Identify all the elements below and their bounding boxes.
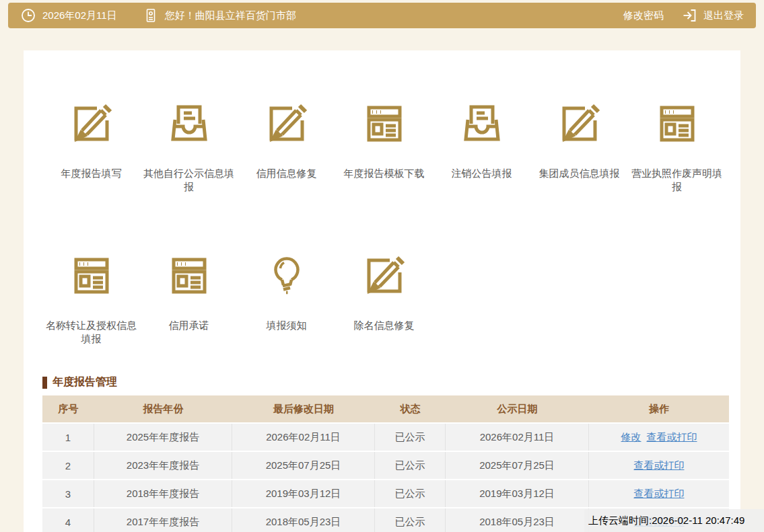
cell-modified: 2019年03月12日 [232,480,375,507]
table-row: 2 2023年年度报告 2025年07月25日 已公示 2025年07月25日 … [42,452,729,479]
shortcut-label: 名称转让及授权信息填报 [42,319,140,346]
header-cell-status: 状态 [375,395,446,422]
template-icon [360,100,409,148]
cell-year: 2018年年度报告 [94,480,232,507]
modify-link[interactable]: 修改 [621,431,641,444]
cell-status: 已公示 [375,424,446,451]
template-icon [653,100,701,148]
change-password-link[interactable]: 修改密码 [623,9,664,22]
shortcut-other-self-disclosure[interactable]: 其他自行公示信息填报 [140,100,238,194]
cell-year: 2025年年度报告 [94,424,232,451]
edit-icon [67,100,116,148]
logout-icon [681,7,697,24]
cell-modified: 2025年07月25日 [232,452,375,479]
cell-published: 2025年07月25日 [446,452,589,479]
shortcut-name-transfer-authorization[interactable]: 名称转让及授权信息填报 [42,252,140,346]
view-print-link[interactable]: 查看或打印 [647,431,697,444]
title-bar-marker [42,377,47,389]
inbox-doc-icon [458,100,506,148]
edit-icon [360,252,409,300]
table-row: 1 2025年年度报告 2026年02月11日 已公示 2026年02月11日 … [42,424,729,451]
shortcut-license-void-declaration[interactable]: 营业执照作废声明填报 [628,100,726,194]
shortcut-label: 集团成员信息填报 [530,167,628,180]
cell-year: 2023年年度报告 [94,452,232,479]
cell-operations: 修改 查看或打印 [589,424,729,451]
date-group: 2026年02月11日 [20,7,143,24]
shortcut-filing-instructions[interactable]: 填报须知 [238,252,335,346]
cell-no: 1 [42,424,94,451]
shortcut-group-member-info[interactable]: 集团成员信息填报 [530,100,628,194]
cell-published: 2026年02月11日 [446,424,589,451]
cell-modified: 2018年05月23日 [232,508,375,532]
shortcut-label: 填报须知 [238,319,335,332]
logout-button[interactable]: 退出登录 [681,7,744,24]
table-row: 3 2018年年度报告 2019年03月12日 已公示 2019年03月12日 … [42,480,729,507]
cell-status: 已公示 [375,508,446,532]
annual-report-section-title: 年度报告管理 [42,375,740,389]
header-cell-modified: 最后修改日期 [232,395,375,422]
user-greeting: 您好！曲阳县立祥百货门市部 [165,9,296,22]
template-icon [67,252,116,300]
shortcut-annual-report-fill[interactable]: 年度报告填写 [42,100,140,194]
shortcut-label: 年度报告填写 [42,167,140,180]
header-cell-published: 公示日期 [446,395,589,422]
id-card-icon [143,7,159,24]
upload-time-text: 上传云端时间:2026-02-11 20:47:49 [588,515,744,527]
section-title-text: 年度报告管理 [53,375,117,389]
shortcut-row-2: 名称转让及授权信息填报 信用承诺 填报须知 除名信息修复 [24,252,740,346]
edit-icon [263,100,311,148]
cell-published: 2019年03月12日 [446,480,589,507]
shortcut-label: 除名信息修复 [335,319,433,332]
cell-status: 已公示 [375,452,446,479]
cell-status: 已公示 [375,480,446,507]
greeting-group: 您好！曲阳县立祥百货门市部 [143,7,296,24]
upload-time-overlay: 上传云端时间:2026-02-11 20:47:49 [584,509,764,532]
current-date: 2026年02月11日 [42,9,117,22]
shortcut-credit-commitment[interactable]: 信用承诺 [140,252,238,346]
cell-no: 3 [42,480,94,507]
logout-label: 退出登录 [703,9,744,22]
header-cell-no: 序号 [42,395,94,422]
shortcut-credit-repair[interactable]: 信用信息修复 [238,100,335,194]
cell-no: 2 [42,452,94,479]
cell-modified: 2026年02月11日 [232,424,375,451]
inbox-doc-icon [165,100,213,148]
shortcut-removal-info-repair[interactable]: 除名信息修复 [335,252,433,346]
cell-operations: 查看或打印 [589,480,729,507]
cell-no: 4 [42,508,94,532]
edit-icon [555,100,604,148]
cell-operations: 查看或打印 [589,452,729,479]
shortcut-label: 年度报告模板下载 [335,167,433,180]
table-header-row: 序号 报告年份 最后修改日期 状态 公示日期 操作 [42,395,729,422]
shortcut-label: 信用承诺 [140,319,238,332]
header-cell-year: 报告年份 [94,395,232,422]
shortcut-label: 注销公告填报 [433,167,530,180]
shortcut-label: 其他自行公示信息填报 [140,167,238,194]
top-bar: 2026年02月11日 您好！曲阳县立祥百货门市部 修改密码 退出登录 [8,3,756,28]
shortcut-annual-report-template-download[interactable]: 年度报告模板下载 [335,100,433,194]
shortcut-cancellation-notice[interactable]: 注销公告填报 [433,100,530,194]
main-panel: 年度报告填写 其他自行公示信息填报 信用信息修复 年度报告模板下载 注销公告填报… [24,50,740,532]
view-print-link[interactable]: 查看或打印 [634,488,685,500]
shortcut-label: 营业执照作废声明填报 [628,167,726,194]
clock-icon [20,7,36,24]
header-cell-operation: 操作 [589,395,729,422]
shortcut-label: 信用信息修复 [238,167,335,180]
template-icon [165,252,213,300]
view-print-link[interactable]: 查看或打印 [634,459,685,472]
bulb-icon [263,252,311,300]
shortcut-row-1: 年度报告填写 其他自行公示信息填报 信用信息修复 年度报告模板下载 注销公告填报… [24,50,740,194]
cell-published: 2018年05月23日 [446,508,589,532]
cell-year: 2017年年度报告 [94,508,232,532]
